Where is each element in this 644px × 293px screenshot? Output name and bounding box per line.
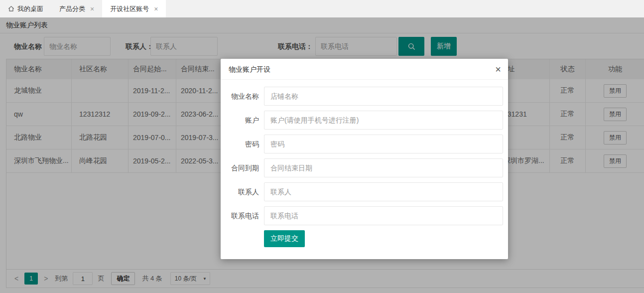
tab-my-desktop[interactable]: 我的桌面	[0, 0, 51, 17]
close-icon[interactable]: ×	[154, 5, 158, 12]
modal-account-label: 账户	[221, 111, 259, 130]
modal-property-name-label: 物业名称	[221, 87, 259, 106]
tab-open-community-account[interactable]: 开设社区账号 ×	[102, 0, 166, 17]
tab-bar: 我的桌面 产品分类 × 开设社区账号 ×	[0, 0, 644, 17]
create-property-account-modal: 物业账户开设 × 物业名称 账户 密码 合同到期 联系人 联系电话 立即提交	[221, 59, 508, 259]
app-window: 我的桌面 产品分类 × 开设社区账号 × 物业账户列表 物业名称： 联系人： 联…	[0, 0, 644, 293]
modal-contact-input[interactable]	[264, 182, 503, 201]
tab-label: 产品分类	[59, 4, 85, 13]
modal-title: 物业账户开设	[221, 59, 508, 80]
modal-phone-input[interactable]	[264, 206, 503, 225]
tab-label: 开设社区账号	[110, 4, 149, 13]
submit-button[interactable]: 立即提交	[264, 230, 305, 247]
modal-contract-end-input[interactable]	[264, 158, 503, 177]
close-icon[interactable]: ×	[495, 59, 501, 80]
home-icon	[8, 5, 14, 12]
modal-password-label: 密码	[221, 135, 259, 153]
modal-property-name-input[interactable]	[264, 87, 503, 106]
modal-contract-end-label: 合同到期	[221, 158, 259, 177]
modal-phone-label: 联系电话	[221, 206, 259, 225]
modal-password-input[interactable]	[264, 135, 503, 153]
modal-account-input[interactable]	[264, 111, 503, 130]
tab-label: 我的桌面	[17, 4, 43, 13]
close-icon[interactable]: ×	[90, 5, 94, 12]
modal-contact-label: 联系人	[221, 182, 259, 201]
tab-product-category[interactable]: 产品分类 ×	[51, 0, 102, 17]
page-content: 物业账户列表 物业名称： 联系人： 联系电话： 新增 物业名称 社区名称 合同起	[0, 17, 644, 293]
